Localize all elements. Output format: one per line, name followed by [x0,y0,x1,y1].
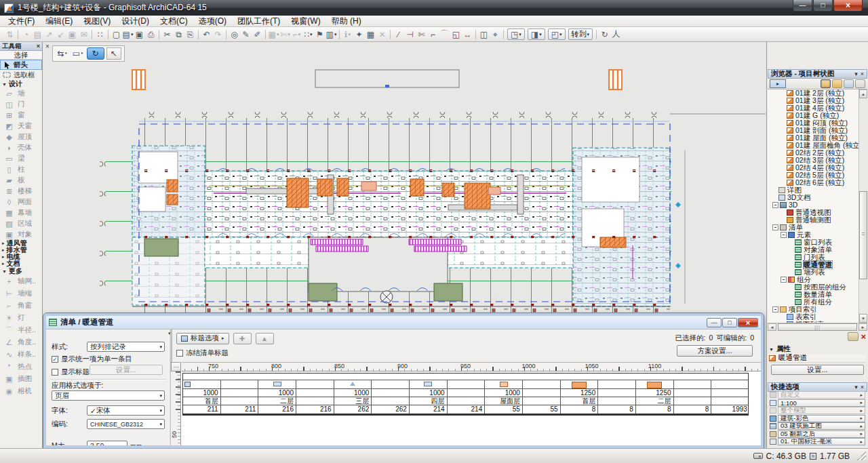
schedule-cell[interactable] [711,380,749,388]
schedule-cell[interactable]: 216 [258,405,296,414]
toolbar-icon[interactable]: ✐ [252,28,263,41]
layout-book-icon[interactable] [844,79,854,88]
toolbox-tool[interactable]: ∿ 样条.. [0,348,42,361]
toolbox-tool[interactable]: ◉ 相机 [0,385,42,397]
toolbar-icon[interactable]: ◱ [450,28,462,41]
schedule-cell[interactable]: 55 [523,405,561,414]
toolbar-icon[interactable]: ▣ [66,28,78,41]
toolbar-icon[interactable] [157,28,161,41]
toolbar-icon[interactable] [263,28,268,41]
toolbar-icon[interactable]: ✄ ▾ [279,28,291,41]
toolbar-icon[interactable]: 转到 ▾ [568,28,593,40]
schedule-cell[interactable] [296,389,334,397]
quick-option[interactable]: 1:100 ▸ [768,399,867,407]
drawing-tab-close-icon[interactable]: × [45,43,50,50]
toolbox-tool[interactable]: ☀ 灯 [0,312,42,324]
new-item-icon[interactable] [848,332,859,341]
schedule-cell[interactable] [448,389,486,397]
navigator-tree-item[interactable]: 3D文档 [768,194,859,201]
menu-item[interactable]: 编辑(E) [40,16,78,26]
toolbar-icon[interactable]: ◨ ▾ [528,28,545,40]
toolbar-icon[interactable]: ⧉ [173,28,184,41]
ruler-corner-box[interactable]: ⋯ [171,362,181,371]
toolbar-icon[interactable]: ◳ ▾ [507,28,525,40]
schedule-cell[interactable] [674,380,712,388]
schedule-cell[interactable] [636,380,674,388]
toolbox-close-icon[interactable]: × [37,43,40,49]
vertical-ruler[interactable]: 50 [171,371,181,445]
schedule-close-button[interactable]: × [738,318,758,327]
toolbar-icon[interactable]: ✉ [78,28,90,41]
quick-option[interactable]: 整个模型 ▸ [768,407,867,415]
mini-toolbar-button[interactable]: ↖ [106,47,121,60]
schedule-cell[interactable] [372,389,410,397]
schedule-cell[interactable]: 1250 [561,389,599,397]
minimize-button[interactable]: — [793,0,812,12]
schedule-cell[interactable]: 8 [636,405,674,414]
toolbar-icon[interactable]: ⎙ [145,28,157,41]
toolbox-tool[interactable]: ▨ 区域 [0,218,42,229]
horizontal-ruler[interactable]: 750800850900950100010501100 [182,362,761,371]
delete-icon[interactable]: × [861,332,866,341]
publisher-icon[interactable] [855,79,865,88]
quick-option[interactable]: 01. 中国标注-毫米 ▸ [768,438,867,446]
view-map-icon[interactable] [832,79,842,88]
size-input[interactable]: 3.50 [87,441,127,445]
toolbox-tool[interactable]: ◆ 屋顶 [0,132,42,142]
merge-cells-button[interactable]: ✚ [233,333,252,344]
schedule-cell[interactable] [258,380,296,388]
navigator-horizontal-scrollbar[interactable]: ◄ ||| ► [768,323,867,331]
schedule-cell[interactable] [372,397,410,405]
toolbar-icon[interactable] [196,28,201,41]
schedule-cell[interactable]: 8 [674,405,712,414]
uniform-items-checkbox[interactable]: ✓ [52,356,58,363]
schedule-cell[interactable]: 1250 [636,389,674,397]
toolbar-icon[interactable] [106,28,111,41]
toolbar-icon[interactable]: ▣ [134,28,145,41]
toolbox-tool[interactable]: ≣ 楼梯 [0,186,42,197]
schedule-cell[interactable] [296,397,334,405]
toolbar-icon[interactable]: ▤ ▾ [122,28,134,41]
design-section-header[interactable]: ▼ 设计 [0,80,42,88]
quick-option[interactable]: 05 翻新之后 ▸ [768,430,867,439]
panel-collapse-icon[interactable]: ▾ [168,331,171,336]
arrow-tool[interactable]: 箭头 [0,60,42,70]
menu-item[interactable]: 视图(V) [78,16,116,26]
menu-item[interactable]: 帮助 (H) [326,16,367,26]
schedule-cell[interactable]: 二层 [636,397,674,405]
toolbar-icon[interactable]: ℹ ▾ [342,28,353,41]
schedule-cell[interactable] [598,397,636,405]
toolbox-tool[interactable]: + 轴网.. [0,275,42,287]
toolbox-tool[interactable]: ⌒ 半径.. [0,324,42,336]
project-map-icon[interactable] [821,79,831,88]
show-header-checkbox[interactable] [52,369,58,376]
schedule-cell[interactable]: 四层 [410,397,448,405]
schedule-cell[interactable] [221,380,259,388]
header-options-button[interactable]: 标题选项 ▸ [176,333,229,344]
schedule-cell[interactable] [523,397,561,405]
menu-item[interactable]: 选项(O) [193,16,232,26]
toolbar-icon[interactable]: ✎ [240,28,252,41]
toolbar-icon[interactable] [594,28,599,41]
toolbox-tool[interactable]: ▦ 幕墙 [0,207,42,218]
properties-settings-button[interactable]: 设置... [771,365,864,375]
schedule-cell[interactable]: 1000 [410,389,448,397]
schedule-cell[interactable]: 三层 [334,397,372,405]
toolbox-tool[interactable]: ▣ 插图 [0,373,42,385]
toolbar-icon[interactable]: ⇅ [4,28,16,41]
schedule-cell[interactable]: 首层 [561,397,599,405]
maximize-button[interactable]: □ [813,0,833,12]
resize-grip[interactable] [857,451,866,460]
toolbar-icon[interactable]: ✂ [161,28,173,41]
mini-toolbar-button[interactable]: ▭ ‣ [71,47,85,60]
toolbar-icon[interactable]: ∕ [393,28,404,41]
schedule-title-bar[interactable]: 清单 / 暖通管道 — □ × [46,316,761,329]
toolbox-tool[interactable]: ◫ 门 [0,99,42,110]
schedule-cell[interactable]: 214 [410,405,448,414]
toolbox-tool[interactable]: ▭ 梁 [0,153,42,164]
export-button[interactable]: ▲ [256,333,274,344]
toolbar-icon[interactable]: ⎘ [184,28,196,41]
schedule-cell[interactable]: 1000 [183,389,221,397]
toolbox-tool[interactable]: ◩ 天窗 [0,121,42,132]
scheme-settings-button[interactable]: 方案设置... [677,345,753,357]
